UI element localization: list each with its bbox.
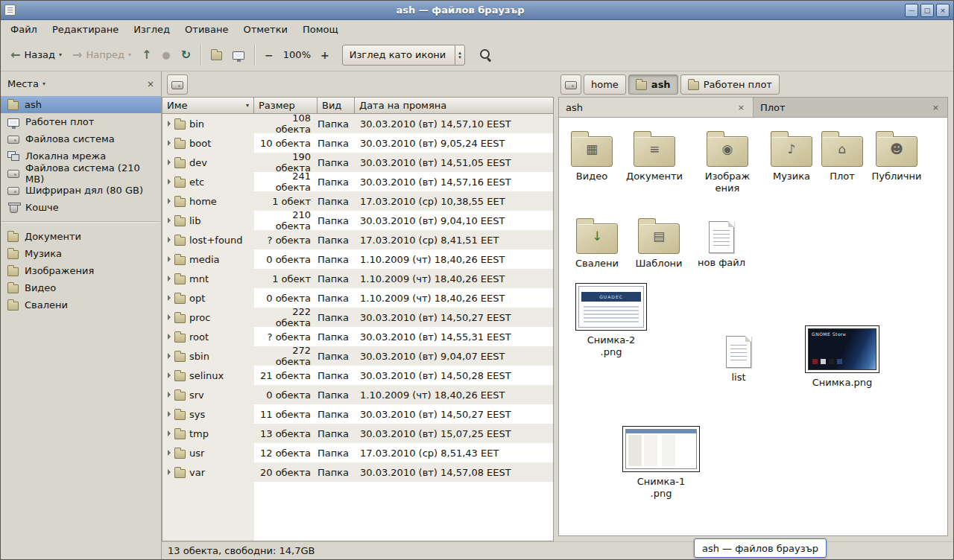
expander-icon[interactable] — [168, 372, 171, 378]
table-row[interactable]: root? обектаПапка30.03.2010 (вт) 14,55,3… — [162, 327, 553, 346]
sidebar-item-filesystem-210mb[interactable]: Файлова система (210 MB) — [1, 165, 161, 182]
maximize-button[interactable] — [920, 4, 934, 17]
tab-plot[interactable]: Плот — [754, 98, 947, 117]
expander-icon[interactable] — [168, 430, 171, 436]
column-header-type[interactable]: Вид — [318, 97, 355, 114]
sidebar-item-documents[interactable]: Документи — [1, 228, 161, 245]
expander-icon[interactable] — [168, 314, 171, 320]
table-row[interactable]: sbin272 обектаПапка30.03.2010 (вт) 9,04,… — [162, 346, 553, 366]
folder-icon — [174, 276, 186, 284]
column-header-modified[interactable]: Дата на промяна — [355, 97, 554, 114]
table-row[interactable]: boot10 обектаПапка30.03.2010 (вт) 9,05,2… — [162, 133, 553, 153]
expander-icon[interactable] — [168, 353, 171, 359]
table-row[interactable]: dev190 обектаПапка30.03.2010 (вт) 14,51,… — [162, 153, 553, 172]
expander-icon[interactable] — [168, 198, 171, 204]
sidebar-item-desktop[interactable]: Работен плот — [1, 113, 161, 130]
table-row[interactable]: proc222 обектаПапка30.03.2010 (вт) 14,50… — [162, 308, 553, 327]
icon-item-video[interactable]: ▦Видео — [558, 130, 628, 182]
icon-item-templates[interactable]: ▤Шаблони — [623, 217, 695, 270]
sidebar-selector-caret-icon[interactable] — [42, 80, 45, 87]
expander-icon[interactable] — [168, 295, 171, 301]
expander-icon[interactable] — [168, 469, 171, 475]
table-row[interactable]: media0 обектаПапка1.10.2009 (чт) 18,40,2… — [162, 249, 553, 269]
sidebar-item-pictures[interactable]: Изображения — [1, 262, 161, 279]
icon-view: ▦Видео≡Документи◉Изображения♪Музика⌂Плот… — [558, 117, 948, 536]
view-mode-select[interactable]: Изглед като икони — [342, 45, 465, 66]
icon-item-new-file[interactable]: нов файл — [686, 217, 757, 269]
sidebar-item-video[interactable]: Видео — [1, 279, 161, 296]
expander-icon[interactable] — [168, 450, 171, 456]
path-button-desktop[interactable]: Работен плот — [680, 74, 780, 95]
table-row[interactable]: opt0 обектаПапка1.10.2009 (чт) 18,40,26 … — [162, 288, 553, 308]
expander-icon[interactable] — [168, 159, 171, 165]
expander-icon[interactable] — [168, 334, 171, 340]
expander-icon[interactable] — [168, 179, 171, 185]
text-file-icon — [726, 336, 751, 368]
icon-item-downloads[interactable]: ↓Свалени — [561, 217, 633, 270]
menu-help[interactable]: Помощ — [295, 20, 346, 39]
expander-icon[interactable] — [168, 256, 171, 262]
icon-item-snimka-2[interactable]: Снимка-2.png — [575, 281, 647, 359]
sidebar-item-music[interactable]: Музика — [1, 245, 161, 262]
zoom-out-button[interactable] — [259, 46, 279, 64]
path-button-ash[interactable]: ash — [628, 74, 678, 95]
icon-item-pictures[interactable]: ◉Изображения — [692, 130, 763, 195]
icon-item-snimka[interactable]: Снимка.png — [806, 324, 878, 389]
home-button[interactable] — [206, 45, 227, 64]
table-row[interactable]: srv0 обектаПапка1.10.2009 (чт) 18,40,26 … — [162, 385, 553, 404]
menu-view[interactable]: Изглед — [126, 20, 177, 39]
path-button-root[interactable] — [560, 74, 581, 95]
tab-ash[interactable]: ash — [559, 98, 754, 117]
left-pane-root-path-button[interactable] — [167, 74, 188, 95]
path-button-home[interactable]: home — [584, 74, 626, 95]
table-row[interactable]: lib210 обектаПапка30.03.2010 (вт) 9,04,1… — [162, 211, 553, 230]
table-row[interactable]: etc241 обектаПапка30.03.2010 (вт) 14,57,… — [162, 172, 553, 191]
column-header-name[interactable]: Име — [162, 97, 254, 114]
icon-item-public[interactable]: ☻Публични — [861, 130, 932, 182]
icon-item-list[interactable]: list — [703, 331, 774, 384]
up-button[interactable] — [136, 45, 157, 65]
window-menu-icon[interactable] — [4, 4, 16, 16]
column-header-label: Вид — [322, 100, 341, 111]
stop-button[interactable] — [157, 46, 175, 63]
forward-button[interactable]: Напред — [67, 45, 136, 65]
tab-close-icon[interactable] — [736, 103, 746, 112]
tab-close-icon[interactable] — [931, 103, 941, 112]
table-row[interactable]: selinux21 обектаПапка30.03.2010 (вт) 14,… — [162, 366, 553, 385]
back-button[interactable]: Назад — [5, 45, 67, 65]
search-button[interactable] — [474, 45, 497, 65]
sidebar-item-encrypted-80gb[interactable]: Шифриран дял (80 GB) — [1, 182, 161, 199]
menu-bookmarks[interactable]: Отметки — [236, 20, 294, 39]
expander-icon[interactable] — [168, 217, 171, 223]
table-row[interactable]: tmp13 обектаПапка30.03.2010 (вт) 15,07,2… — [162, 424, 553, 443]
table-row[interactable]: bin108 обектаПапка30.03.2010 (вт) 14,57,… — [162, 114, 553, 133]
zoom-in-button[interactable] — [315, 46, 335, 64]
sidebar-item-trash[interactable]: Кошче — [1, 199, 161, 216]
expander-icon[interactable] — [168, 276, 171, 281]
sidebar-item-ash[interactable]: ash — [1, 96, 161, 113]
expander-icon[interactable] — [168, 121, 171, 127]
close-button[interactable] — [936, 4, 950, 17]
menu-edit[interactable]: Редактиране — [45, 20, 126, 39]
expander-icon[interactable] — [168, 411, 171, 417]
computer-button[interactable] — [227, 47, 250, 63]
table-row[interactable]: sys11 обектаПапка30.03.2010 (вт) 14,50,2… — [162, 404, 553, 424]
expander-icon[interactable] — [168, 237, 171, 243]
table-row[interactable]: var20 обектаПапка30.03.2010 (вт) 14,57,0… — [162, 462, 553, 482]
sidebar-close-button[interactable] — [147, 79, 154, 89]
column-header-size[interactable]: Размер — [254, 97, 318, 114]
table-row[interactable]: lost+found? обектаПапка17.03.2010 (ср) 8… — [162, 230, 553, 249]
reload-button[interactable] — [176, 45, 196, 65]
expander-icon[interactable] — [168, 140, 171, 146]
table-row[interactable]: mnt1 обектПапка1.10.2009 (чт) 18,40,26 E… — [162, 269, 553, 288]
minimize-button[interactable] — [905, 4, 918, 17]
table-row[interactable]: usr12 обектаПапка17.03.2010 (ср) 8,51,43… — [162, 443, 553, 462]
icon-item-snimka-1[interactable]: Снимка-1.png — [625, 424, 697, 500]
expander-icon[interactable] — [168, 392, 171, 398]
icon-item-documents[interactable]: ≡Документи — [619, 130, 690, 182]
menu-go[interactable]: Отиване — [177, 20, 236, 39]
table-row[interactable]: home1 обектПапка17.03.2010 (ср) 10,38,55… — [162, 191, 553, 211]
sidebar-item-downloads[interactable]: Свалени — [1, 296, 161, 314]
menu-file[interactable]: Файл — [3, 20, 45, 39]
sidebar-item-filesystem[interactable]: Файлова система — [1, 130, 161, 147]
